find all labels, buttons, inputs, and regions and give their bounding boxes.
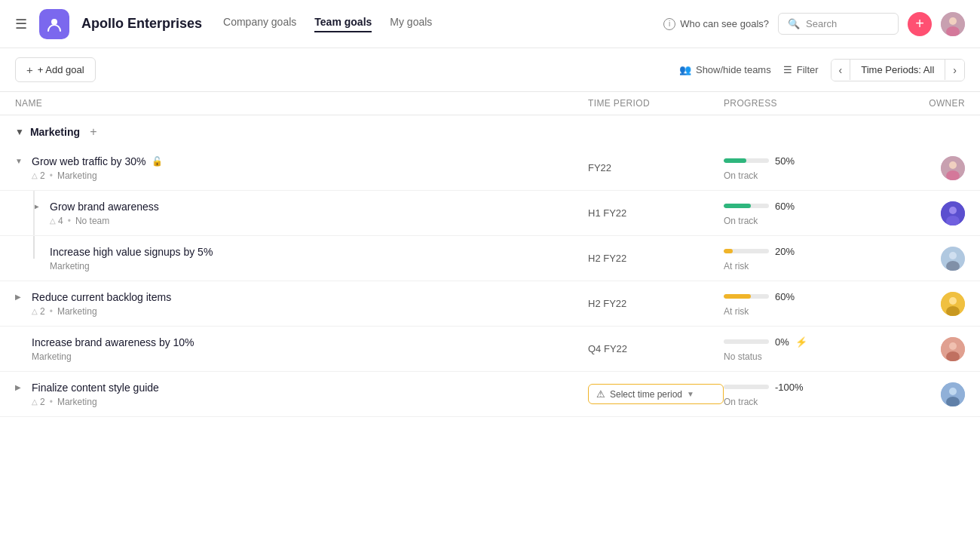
progress-status: At risk (724, 306, 874, 317)
team-tag-content: Marketing (57, 397, 97, 407)
show-hide-teams-button[interactable]: 👥 Show/hide teams (679, 64, 771, 75)
time-period-grow-web: FY22 (588, 162, 724, 173)
header: ☰ Apollo Enterprises Company goals Team … (0, 0, 980, 48)
triangle-count: △ 2 (32, 306, 45, 317)
goal-name-cell-grow-brand: ▶ Grow brand awareness △ 4 • No team (15, 201, 588, 226)
goal-title-signups[interactable]: Increase high value signups by 5% (50, 246, 213, 258)
progress-bar-fill (724, 158, 746, 163)
progress-bar-bg (724, 294, 769, 299)
time-period-nav: ‹ Time Periods: All › (831, 59, 965, 81)
header-right: i Who can see goals? 🔍 Search + (663, 12, 965, 36)
svg-point-0 (51, 19, 57, 25)
search-label: Search (806, 18, 837, 29)
triangle-count: △ 4 (50, 216, 63, 226)
add-goal-button[interactable]: + + Add goal (15, 57, 96, 82)
progress-bar-row: 60% (724, 201, 874, 212)
owner-cell-grow-web (874, 156, 965, 180)
select-time-period-button[interactable]: ⚠ Select time period ▼ (588, 384, 724, 404)
goal-expand-icon[interactable]: ▶ (15, 383, 26, 391)
team-tag-backlog: Marketing (57, 306, 97, 317)
goal-name-row: ▶ Reduce current backlog items (15, 291, 588, 303)
progress-status: No status (724, 351, 874, 362)
avatar-signups (941, 247, 965, 271)
svg-point-17 (949, 342, 957, 350)
progress-bar-row: 0% ⚡ (724, 336, 874, 348)
avatar-grow-web (941, 156, 965, 180)
search-box[interactable]: 🔍 Search (778, 13, 899, 35)
goal-meta-grow-brand: △ 4 • No team (33, 216, 588, 226)
goal-meta-content: △ 2 • Marketing (15, 397, 588, 407)
goal-expand-icon[interactable]: ▶ (15, 293, 26, 301)
add-button[interactable]: + (908, 12, 932, 36)
goal-row-grow-brand: ▶ Grow brand awareness △ 4 • No team H1 … (0, 191, 980, 236)
col-header-owner: Owner (874, 98, 965, 109)
team-tag-brand10: Marketing (32, 351, 72, 362)
hamburger-icon[interactable]: ☰ (15, 16, 27, 32)
avatar-brand10 (941, 337, 965, 361)
goal-name-cell-backlog: ▶ Reduce current backlog items △ 2 • Mar… (15, 291, 588, 317)
filter-button[interactable]: ☰ Filter (783, 64, 819, 75)
triangle-icon: △ (32, 171, 38, 179)
toolbar-right: 👥 Show/hide teams ☰ Filter ‹ Time Period… (679, 59, 965, 81)
progress-pct: 20% (775, 246, 795, 257)
goal-row-reduce-backlog: ▶ Reduce current backlog items △ 2 • Mar… (0, 281, 980, 327)
who-can-see-button[interactable]: i Who can see goals? (663, 18, 769, 30)
triangle-icon: △ (50, 216, 56, 225)
team-header-marketing[interactable]: ▼ Marketing + (0, 115, 980, 146)
team-name-marketing: Marketing (30, 126, 80, 138)
team-section-marketing: ▼ Marketing + ▼ Grow web traffic by 30% … (0, 115, 980, 417)
team-collapse-icon[interactable]: ▼ (15, 127, 24, 137)
progress-cell-brand10: 0% ⚡ No status (724, 336, 874, 362)
progress-pct: 60% (775, 291, 795, 302)
goal-name-row: ▶ Grow brand awareness (33, 201, 588, 213)
triangle-icon: △ (32, 397, 38, 406)
avatar-grow-brand (941, 201, 965, 225)
progress-pct: 0% (775, 336, 789, 348)
time-period-next-button[interactable]: › (945, 60, 964, 81)
owner-cell-signups (874, 247, 965, 271)
chevron-down-icon: ▼ (687, 390, 694, 398)
progress-bar-bg (724, 249, 769, 253)
tab-team-goals[interactable]: Team goals (314, 16, 372, 32)
avatar-backlog (941, 292, 965, 316)
triangle-icon: △ (32, 307, 38, 315)
tab-company-goals[interactable]: Company goals (223, 16, 296, 32)
goal-row-grow-web: ▼ Grow web traffic by 30% 🔓 △ 2 • Market… (0, 146, 980, 191)
svg-point-2 (949, 17, 957, 25)
avatar-content (941, 382, 965, 406)
svg-point-5 (949, 161, 957, 169)
goal-row-finalize-content: ▶ Finalize content style guide △ 2 • Mar… (0, 372, 980, 417)
tab-my-goals[interactable]: My goals (390, 16, 432, 32)
goal-name-row: ▼ Grow web traffic by 30% 🔓 (15, 155, 588, 167)
time-period-grow-brand: H1 FY22 (588, 207, 724, 219)
user-avatar[interactable] (941, 12, 965, 36)
goal-title-grow-brand[interactable]: Grow brand awareness (50, 201, 159, 213)
col-header-progress: Progress (724, 98, 874, 109)
app-icon (39, 9, 69, 39)
goal-title-brand10[interactable]: Increase brand awareness by 10% (32, 336, 194, 348)
progress-bar-row: 50% (724, 155, 874, 167)
progress-bar-bg (724, 339, 769, 344)
toolbar: + + Add goal 👥 Show/hide teams ☰ Filter … (0, 48, 980, 92)
progress-status: On track (724, 397, 874, 407)
team-tag: Marketing (57, 170, 97, 181)
svg-point-20 (949, 388, 957, 395)
goal-title-content[interactable]: Finalize content style guide (32, 382, 159, 394)
info-icon: i (663, 18, 675, 30)
progress-cell-grow-web: 50% On track (724, 155, 874, 181)
nav-tabs: Company goals Team goals My goals (223, 16, 432, 32)
team-add-icon[interactable]: + (86, 124, 101, 140)
goal-name-row: ▶ Increase brand awareness by 10% (15, 336, 588, 348)
goal-title-grow-web[interactable]: Grow web traffic by 30% (32, 155, 145, 167)
goal-name-cell-content: ▶ Finalize content style guide △ 2 • Mar… (15, 382, 588, 407)
goal-expand-icon[interactable]: ▼ (15, 157, 26, 165)
owner-cell-backlog (874, 292, 965, 316)
goal-expand-icon[interactable]: ▶ (33, 202, 44, 210)
goal-title-backlog[interactable]: Reduce current backlog items (32, 291, 171, 303)
goal-name-cell-brand10: ▶ Increase brand awareness by 10% Market… (15, 336, 588, 362)
time-period-prev-button[interactable]: ‹ (831, 60, 850, 81)
teams-icon: 👥 (679, 64, 691, 75)
goal-name-row: ▶ Increase high value signups by 5% (33, 246, 588, 258)
progress-bar-row: 60% (724, 291, 874, 302)
progress-bar-fill (724, 294, 751, 299)
